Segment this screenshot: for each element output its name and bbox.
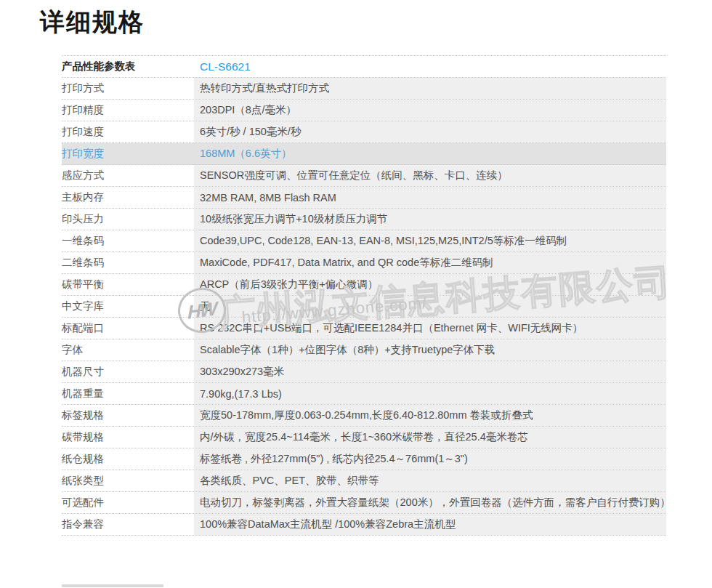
spec-label: 打印速度 xyxy=(62,121,194,142)
spec-row: 机器尺寸 303x290x273毫米 xyxy=(62,361,666,383)
spec-value: RS 232C串口+USB端口，可选配IEEE1284并口（Ethernet 网… xyxy=(194,318,666,339)
spec-label: 标配端口 xyxy=(62,318,194,339)
spec-value: 100%兼容DataMax主流机型 /100%兼容Zebra主流机型 xyxy=(194,514,666,535)
spec-row: 指令兼容 100%兼容DataMax主流机型 /100%兼容Zebra主流机型 xyxy=(62,514,666,536)
spec-value: 标签纸卷 , 外径127mm(5") , 纸芯内径25.4～76mm(1～3") xyxy=(194,448,666,470)
spec-value: 32MB RAM, 8MB Flash RAM xyxy=(194,187,666,208)
spec-row: 可选配件 电动切刀，标签剥离器，外置大容量纸架（200米），外置回卷器（选件方面… xyxy=(62,492,666,514)
spec-row: 中文字库 无 xyxy=(62,296,666,318)
spec-label: 字体 xyxy=(62,339,194,361)
spec-value: MaxiCode, PDF417, Data Matrix, and QR co… xyxy=(194,252,666,273)
spec-value: 303x290x273毫米 xyxy=(194,361,666,382)
spec-label: 打印精度 xyxy=(62,100,194,121)
spec-value: 203DPI（8点/毫米） xyxy=(194,100,666,121)
spec-value: 168MM（6.6英寸） xyxy=(194,143,666,164)
product-model-link[interactable]: CL-S6621 xyxy=(194,56,666,77)
spec-label: 可选配件 xyxy=(62,492,194,513)
spec-value: 各类纸质、PVC、PET、胶带、织带等 xyxy=(194,470,666,491)
spec-label: 标签规格 xyxy=(62,405,194,426)
spec-value: 7.90kg,(17.3 Lbs) xyxy=(194,383,666,404)
spec-row: 机器重量 7.90kg,(17.3 Lbs) xyxy=(62,383,666,405)
spec-label: 印头压力 xyxy=(62,209,194,230)
spec-row-selected[interactable]: 打印宽度 168MM（6.6英寸） xyxy=(62,143,666,165)
spec-row: 主板内存 32MB RAM, 8MB Flash RAM xyxy=(62,187,666,209)
spec-value: 电动切刀，标签剥离器，外置大容量纸架（200米），外置回卷器（选件方面，需客户自… xyxy=(194,492,666,513)
spec-row: 标签规格 宽度50-178mm,厚度0.063-0.254mm,长度6.40-8… xyxy=(62,405,666,427)
spec-label: 指令兼容 xyxy=(62,514,194,535)
spec-table: 产品性能参数表 CL-S6621 打印方式 热转印方式/直热式打印方式 打印精度… xyxy=(62,55,666,536)
spec-row: 感应方式 SENSOR强度可调、位置可任意定位（纸间、黑标、卡口、连续） xyxy=(62,165,666,187)
spec-label: 碳带平衡 xyxy=(62,274,194,295)
spec-value: Scalable字体（1种）+位图字体（8种）+支持Truetype字体下载 xyxy=(194,339,666,361)
spec-row: 标配端口 RS 232C串口+USB端口，可选配IEEE1284并口（Ether… xyxy=(62,318,666,339)
spec-label: 感应方式 xyxy=(62,165,194,186)
spec-table-body: 打印方式 热转印方式/直热式打印方式 打印精度 203DPI（8点/毫米） 打印… xyxy=(62,78,666,536)
spec-label: 主板内存 xyxy=(62,187,194,208)
spec-row: 碳带平衡 ARCP（前后3级张力平衡+偏心微调） xyxy=(62,274,666,296)
spec-row: 一维条码 Code39,UPC, Code128, EAN-13, EAN-8,… xyxy=(62,230,666,252)
spec-label: 二维条码 xyxy=(62,252,194,273)
spec-label: 打印宽度 xyxy=(62,143,194,164)
spec-value: SENSOR强度可调、位置可任意定位（纸间、黑标、卡口、连续） xyxy=(194,165,666,186)
spec-value: 内/外碳，宽度25.4~114毫米，长度1~360米碳带卷，直径25.4毫米卷芯 xyxy=(194,427,666,448)
spec-label: 碳带规格 xyxy=(62,427,194,448)
spec-label: 打印方式 xyxy=(62,78,194,99)
spec-row: 碳带规格 内/外碳，宽度25.4~114毫米，长度1~360米碳带卷，直径25.… xyxy=(62,427,666,448)
spec-value: 无 xyxy=(194,296,666,317)
page-title: 详细规格 xyxy=(40,6,145,39)
spec-value: Code39,UPC, Code128, EAN-13, EAN-8, MSI,… xyxy=(194,230,666,251)
spec-row: 纸仓规格 标签纸卷 , 外径127mm(5") , 纸芯内径25.4～76mm(… xyxy=(62,448,666,470)
spec-label: 机器尺寸 xyxy=(62,361,194,382)
spec-value: ARCP（前后3级张力平衡+偏心微调） xyxy=(194,274,666,295)
spec-label: 机器重量 xyxy=(62,383,194,404)
spec-row: 打印精度 203DPI（8点/毫米） xyxy=(62,100,666,121)
spec-row: 印头压力 10级纸张宽压力调节+10级材质压力调节 xyxy=(62,209,666,230)
spec-row: 字体 Scalable字体（1种）+位图字体（8种）+支持Truetype字体下… xyxy=(62,339,666,361)
spec-value: 宽度50-178mm,厚度0.063-0.254mm,长度6.40-812.80… xyxy=(194,405,666,426)
spec-label: 纸张类型 xyxy=(62,470,194,491)
spec-row: 打印方式 热转印方式/直热式打印方式 xyxy=(62,78,666,100)
spec-label: 中文字库 xyxy=(62,296,194,317)
spec-value: 热转印方式/直热式打印方式 xyxy=(194,78,666,99)
spec-value: 6英寸/秒 / 150毫米/秒 xyxy=(194,121,666,142)
spec-row: 纸张类型 各类纸质、PVC、PET、胶带、织带等 xyxy=(62,470,666,492)
bottom-divider xyxy=(62,584,163,587)
spec-row: 二维条码 MaxiCode, PDF417, Data Matrix, and … xyxy=(62,252,666,274)
spec-header-row: 产品性能参数表 CL-S6621 xyxy=(62,56,666,78)
spec-value: 10级纸张宽压力调节+10级材质压力调节 xyxy=(194,209,666,230)
spec-row: 打印速度 6英寸/秒 / 150毫米/秒 xyxy=(62,121,666,143)
spec-header-label: 产品性能参数表 xyxy=(62,56,194,77)
spec-label: 一维条码 xyxy=(62,230,194,251)
spec-label: 纸仓规格 xyxy=(62,448,194,470)
